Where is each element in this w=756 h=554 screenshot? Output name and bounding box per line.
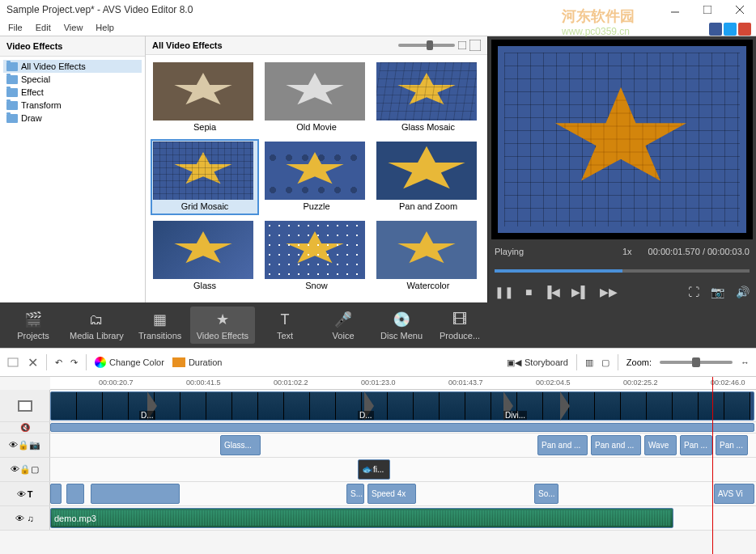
- change-color-button[interactable]: Change Color: [95, 357, 164, 368]
- prev-frame-button[interactable]: ▐◀: [543, 285, 560, 298]
- fx-track: 👁🔒📷 Glass...Pan and ...Pan and ...WavePa…: [0, 433, 756, 458]
- tree-item-effect[interactable]: Effect: [3, 86, 142, 99]
- playhead[interactable]: [712, 377, 713, 554]
- left-panel-header: Video Effects: [0, 36, 145, 57]
- minimize-button[interactable]: [665, 3, 685, 16]
- tree-item-transform[interactable]: Transform: [3, 99, 142, 112]
- storyboard-toggle[interactable]: ▣◀ Storyboard: [507, 357, 568, 368]
- fx-clip[interactable]: Pan and ...: [591, 435, 641, 455]
- text-clip[interactable]: S...: [346, 484, 364, 504]
- maximize-button[interactable]: [698, 3, 717, 16]
- zoom-fit-button[interactable]: ↔: [741, 357, 750, 367]
- tree-item-draw[interactable]: Draw: [3, 112, 142, 125]
- audio-track-header[interactable]: 👁 ♫: [0, 506, 50, 530]
- mode-produce[interactable]: 🎞Produce...: [431, 307, 488, 344]
- text-clip[interactable]: [50, 484, 62, 504]
- effect-panzoom[interactable]: Pan and Zoom: [374, 139, 482, 215]
- zoom-slider[interactable]: [660, 361, 733, 364]
- volume-button[interactable]: 🔊: [736, 285, 750, 298]
- text-track: 👁 T S...Speed 4xSo...AVS Vi: [0, 482, 756, 506]
- snapshot-button[interactable]: 📷: [711, 285, 724, 298]
- timeline-toolbar: ✕ ↶ ↷ Change Color Duration ▣◀ Storyboar…: [0, 348, 756, 377]
- mode-text[interactable]: TText: [257, 307, 313, 344]
- timeline[interactable]: 00:00:20.700:00:41.500:01:02.200:01:23.0…: [0, 377, 756, 554]
- menu-help[interactable]: Help: [91, 21, 119, 34]
- fit-button[interactable]: ▢: [601, 357, 609, 368]
- center-header: All Video Effects: [152, 40, 398, 50]
- svg-rect-4: [458, 41, 466, 49]
- time-ruler[interactable]: 00:00:20.700:00:41.500:01:02.200:01:23.0…: [50, 377, 756, 390]
- undo-button[interactable]: ↶: [55, 357, 62, 368]
- overlay-clip[interactable]: 🐟fi...: [358, 459, 390, 480]
- effect-gridmosaic[interactable]: Grid Mosaic: [151, 139, 259, 215]
- facebook-icon[interactable]: [709, 23, 722, 36]
- text-clip[interactable]: AVS Vi: [714, 484, 754, 504]
- large-thumb-icon[interactable]: [469, 40, 481, 51]
- folder-icon: [6, 114, 18, 123]
- text-track-header[interactable]: 👁 T: [0, 482, 50, 505]
- zoom-label: Zoom:: [626, 357, 652, 367]
- mode-media[interactable]: 🗂Media Library: [63, 307, 130, 344]
- google-icon[interactable]: [738, 23, 751, 36]
- svg-rect-9: [19, 402, 31, 410]
- mode-trans[interactable]: ▦Transitions: [132, 307, 189, 344]
- fx-clip[interactable]: Wave: [644, 435, 677, 455]
- snap-button[interactable]: ▥: [585, 357, 593, 368]
- fx-clip[interactable]: Pan ...: [680, 435, 712, 455]
- folder-icon: [6, 101, 18, 110]
- pause-button[interactable]: ❚❚: [495, 285, 514, 298]
- seek-slider[interactable]: [495, 269, 750, 273]
- effect-watercolor[interactable]: Watercolor: [374, 218, 482, 294]
- twitter-icon[interactable]: [724, 23, 737, 36]
- tree-item-special[interactable]: Special: [3, 73, 142, 86]
- preview-screen: [491, 40, 753, 239]
- effect-oldmovie[interactable]: Old Movie: [262, 60, 371, 136]
- audio-clip[interactable]: demo.mp3: [50, 508, 673, 528]
- menu-edit[interactable]: Edit: [31, 21, 56, 34]
- duration-button[interactable]: Duration: [172, 357, 223, 367]
- mode-vfx[interactable]: ★Video Effects: [190, 307, 255, 344]
- effect-puzzle[interactable]: Puzzle: [262, 139, 371, 215]
- small-thumb-icon[interactable]: [458, 41, 466, 49]
- close-button[interactable]: [730, 3, 750, 16]
- svg-rect-1: [703, 6, 711, 14]
- time-total: 00:00:03.0: [707, 247, 750, 256]
- effect-snow[interactable]: Snow: [262, 218, 371, 294]
- thumbnail-size-slider[interactable]: [398, 44, 455, 47]
- video-track-icon: [18, 400, 32, 412]
- text-clip[interactable]: Speed 4x: [367, 484, 416, 504]
- overlay-track-header[interactable]: 👁🔒▢: [0, 458, 50, 481]
- redo-button[interactable]: ↷: [70, 357, 78, 368]
- mode-projects[interactable]: 🎬Projects: [5, 307, 62, 344]
- mode-bar: 🎬Projects🗂Media Library▦Transitions★Vide…: [0, 302, 756, 348]
- fullscreen-button[interactable]: ⛶: [688, 285, 699, 298]
- mode-voice[interactable]: 🎤Voice: [315, 307, 372, 344]
- text-clip[interactable]: [66, 484, 84, 504]
- effect-sepia[interactable]: Sepia: [151, 60, 259, 136]
- effects-tree-panel: Video Effects All Video EffectsSpecialEf…: [0, 36, 146, 302]
- razor-button[interactable]: [6, 356, 19, 369]
- text-clip[interactable]: So...: [534, 484, 559, 504]
- effect-glass[interactable]: Glass: [151, 218, 259, 294]
- fx-clip[interactable]: Pan ...: [716, 435, 748, 455]
- svg-rect-7: [172, 357, 185, 367]
- next-frame-button[interactable]: ▶▌: [571, 285, 588, 298]
- effect-glassmosaic[interactable]: Glass Mosaic: [374, 60, 482, 136]
- audio-track: 👁 ♫ demo.mp3: [0, 506, 756, 531]
- stop-button[interactable]: ■: [525, 285, 532, 298]
- fx-clip[interactable]: Glass...: [220, 435, 261, 455]
- menu-file[interactable]: File: [3, 21, 28, 34]
- fx-track-header[interactable]: 👁🔒📷: [0, 433, 50, 457]
- folder-icon: [6, 75, 18, 84]
- mode-disc[interactable]: 💿Disc Menu: [373, 307, 430, 344]
- delete-button[interactable]: ✕: [28, 355, 38, 370]
- svg-rect-6: [8, 358, 18, 366]
- preview-panel: Playing 1x 00:00:01.570 / 00:00:03.0 ❚❚ …: [487, 36, 756, 302]
- folder-icon: [6, 62, 18, 71]
- tree-item-all-video-effects[interactable]: All Video Effects: [3, 60, 142, 73]
- fx-clip[interactable]: Pan and ...: [537, 435, 588, 455]
- play-speed-button[interactable]: ▶▶: [600, 285, 618, 298]
- menu-view[interactable]: View: [59, 21, 88, 34]
- text-clip[interactable]: [91, 484, 180, 504]
- main-audio-track: 🔇: [0, 422, 756, 433]
